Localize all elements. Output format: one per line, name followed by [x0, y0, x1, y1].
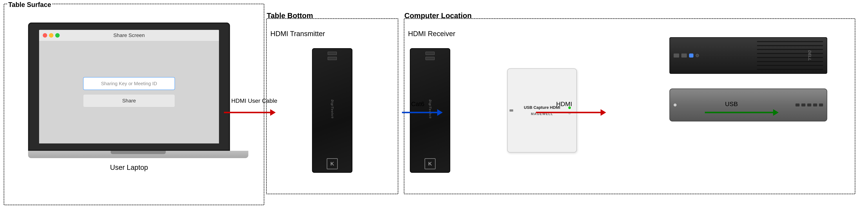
- hdmi-transmitter-device: DigiTools® K: [312, 48, 352, 173]
- arrow-line-4: [705, 112, 775, 113]
- mac-mini-led: [674, 104, 677, 106]
- vent-8: [757, 69, 823, 70]
- mac-mini-container: [670, 88, 849, 121]
- hdmi-port-small: [509, 109, 513, 112]
- arrowhead-2: [437, 109, 443, 116]
- sharing-key-placeholder: Sharing Key or Meeting ID: [101, 81, 157, 86]
- computers-section: DELL: [670, 37, 849, 121]
- vent-4: [757, 53, 823, 54]
- computer-location-label: Computer Location: [404, 11, 472, 20]
- laptop-label: User Laptop: [15, 164, 243, 172]
- computer-location-box: Computer Location HDMI Receiver DigiTool…: [404, 18, 855, 194]
- vent-1: [757, 41, 823, 42]
- hdmi-receiver-device: DigiTools® K: [410, 48, 450, 173]
- usb-capture-body: USB Capture HDMI MAGEWELL: [507, 68, 577, 153]
- vent-3: [757, 49, 823, 50]
- port-1: [328, 52, 337, 55]
- receiver-brand-area: DigiTools®: [421, 60, 440, 158]
- arrowhead-3: [600, 109, 606, 116]
- laptop-notch: [111, 151, 166, 154]
- share-button-label: Share: [122, 98, 136, 104]
- arrowhead-1: [270, 109, 276, 116]
- diagram-container: Table Surface Share Screen: [4, 4, 863, 211]
- laptop-base: [28, 151, 248, 158]
- laptop-body: Share Screen Sharing Key or Meeting ID S…: [28, 23, 230, 158]
- kramer-k-letter: K: [331, 161, 334, 167]
- digitools-brand-text: DigiTools®: [331, 100, 334, 119]
- capture-leds: [568, 106, 571, 114]
- hdmi-label: HDMI: [556, 100, 572, 108]
- sharing-key-input[interactable]: Sharing Key or Meeting ID: [83, 77, 175, 90]
- usb-capture-text: USB Capture HDMI MAGEWELL: [524, 105, 560, 116]
- hdmi-receiver-label: HDMI Receiver: [408, 30, 455, 38]
- mac-dot-red: [43, 33, 47, 38]
- mini-pc-ports-left: [674, 53, 699, 58]
- share-button[interactable]: Share: [83, 94, 175, 107]
- receiver-brand-text: DigiTools®: [428, 100, 432, 119]
- arrow-transmitter-to-receiver: [402, 112, 439, 113]
- transmitter-ports-top: [328, 52, 337, 60]
- arrow-line-2: [402, 112, 439, 113]
- hdmi-transmitter-label: HDMI Transmitter: [270, 30, 325, 38]
- mac-mini: [670, 88, 827, 121]
- mac-dot-green: [55, 33, 60, 38]
- arrow-laptop-to-transmitter: [224, 112, 272, 113]
- mac-mini-front: [674, 104, 677, 106]
- receiver-ports-top: [426, 52, 435, 60]
- kramer-logo-box: K: [327, 158, 338, 169]
- mac-port-2: [801, 104, 805, 106]
- mini-pc-vents: [753, 38, 827, 73]
- mac-content: Sharing Key or Meeting ID Share: [39, 41, 219, 143]
- receiver-port-1: [426, 52, 435, 55]
- arrow-line-1: [224, 112, 272, 113]
- brand-text-area: DigiTools®: [323, 60, 342, 158]
- mac-titlebar: Share Screen: [39, 30, 219, 41]
- arrow-capture-to-computers: [705, 112, 775, 113]
- capture-ports-left: [509, 109, 513, 112]
- laptop-screen: Share Screen Sharing Key or Meeting ID S…: [28, 23, 230, 151]
- vent-5: [757, 57, 823, 58]
- mac-port-1: [796, 104, 800, 106]
- laptop-screen-inner: Share Screen Sharing Key or Meeting ID S…: [39, 30, 219, 143]
- mac-port-5: [819, 104, 823, 106]
- mac-mini-ports-back: [796, 104, 823, 106]
- table-bottom-label: Table Bottom: [267, 11, 313, 20]
- vent-6: [757, 61, 823, 62]
- usb-capture-title: USB Capture HDMI: [524, 105, 560, 110]
- digitools-receiver-body: DigiTools® K: [410, 48, 450, 173]
- arrow-receiver-to-capture: [536, 112, 602, 113]
- arrow-line-3: [536, 112, 602, 113]
- port-usb-1: [674, 53, 679, 58]
- dell-logo: DELL: [807, 50, 812, 61]
- port-headphone: [696, 54, 699, 57]
- window-title: Share Screen: [113, 32, 145, 38]
- arrowhead-4: [773, 109, 779, 116]
- hdmi-cable-label: HDMI User Cable: [231, 97, 277, 105]
- port-usb-2: [681, 53, 687, 58]
- dell-mini-pc-container: DELL: [670, 37, 849, 74]
- port-usb-c: [689, 53, 693, 58]
- receiver-k-letter: K: [428, 161, 432, 167]
- port-2: [328, 57, 337, 60]
- cat6-label: Cat6: [411, 100, 424, 108]
- table-surface-label: Table Surface: [7, 1, 52, 9]
- receiver-port-2: [426, 57, 435, 60]
- mac-port-3: [807, 104, 811, 106]
- usb-label: USB: [725, 100, 738, 108]
- receiver-kramer-logo: K: [425, 158, 436, 169]
- vent-7: [757, 65, 823, 66]
- table-surface-box: Table Surface Share Screen: [4, 4, 264, 205]
- mac-dot-yellow: [49, 33, 54, 38]
- digitools-transmitter-body: DigiTools® K: [312, 48, 352, 173]
- mac-port-4: [813, 104, 817, 106]
- table-bottom-box: Table Bottom HDMI Transmitter DigiTools®…: [266, 18, 398, 194]
- laptop-container: Share Screen Sharing Key or Meeting ID S…: [15, 23, 243, 172]
- vent-2: [757, 45, 823, 46]
- dell-mini-pc: DELL: [670, 37, 827, 74]
